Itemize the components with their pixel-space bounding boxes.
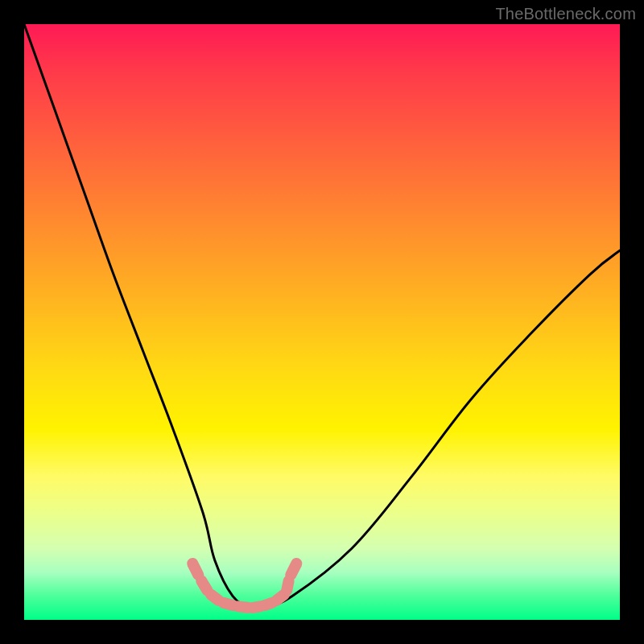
bottleneck-curve	[24, 24, 620, 609]
plot-area	[24, 24, 620, 620]
chart-svg	[24, 24, 620, 620]
sample-mark-segment	[287, 581, 288, 591]
watermark: TheBottleneck.com	[495, 5, 636, 23]
bottleneck-curve-path	[24, 24, 620, 609]
sample-mark-segment	[192, 564, 198, 575]
sample-mark-segment	[201, 581, 207, 591]
sample-mark-segment	[238, 606, 248, 607]
sample-mark-segment	[291, 564, 296, 575]
sample-marks	[192, 564, 296, 608]
chart-frame: TheBottleneck.com	[0, 0, 644, 644]
sample-mark-segment	[276, 595, 283, 601]
sample-mark-segment	[265, 603, 272, 605]
sample-mark-segment	[211, 595, 218, 601]
sample-mark-segment	[224, 603, 233, 605]
